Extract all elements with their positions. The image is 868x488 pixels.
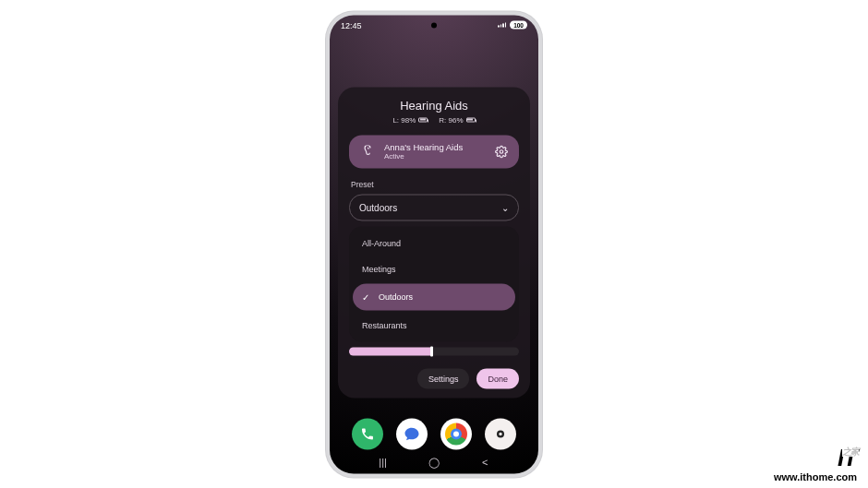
watermark-corner: IT之家 www.ithome.com [774,446,857,482]
left-battery-label: L: 98% [392,115,416,124]
preset-dropdown: All-Around Meetings ✓ Outdoors Restauran… [349,226,519,341]
panel-title: Hearing Aids [349,98,519,112]
device-card[interactable]: Anna's Hearing Aids Active [349,135,519,168]
phone-screen: 12:45 100 Hearing Aids L: 98% R: 96% [330,15,538,473]
slider-fill [349,347,430,355]
preset-option-outdoors[interactable]: ✓ Outdoors [353,283,515,310]
signal-icon [498,23,506,28]
hearing-aid-icon [358,142,377,161]
nav-recents[interactable]: ||| [372,456,394,468]
camera-punch-hole [431,22,437,28]
status-time: 12:45 [341,20,362,30]
camera-app-icon[interactable] [485,418,516,449]
device-name: Anna's Hearing Aids [384,142,486,152]
preset-label: Preset [351,179,519,188]
device-battery-row: L: 98% R: 96% [349,115,519,124]
svg-point-0 [500,149,503,153]
preset-selected-value: Outdoors [359,202,397,212]
app-dock [330,418,538,449]
chevron-down-icon: ⌄ [501,202,509,212]
check-icon: ✓ [362,292,371,302]
slider-thumb[interactable] [430,346,433,356]
battery-icon [466,117,476,122]
messages-app-icon[interactable] [396,418,428,449]
phone-app-icon[interactable] [352,418,383,449]
navigation-bar: ||| ◯ < [330,456,538,468]
volume-slider[interactable] [349,347,519,355]
preset-option-restaurants[interactable]: Restaurants [349,312,519,338]
battery-pill: 100 [510,21,527,30]
preset-select[interactable]: Outdoors ⌄ [349,194,519,220]
svg-point-2 [499,432,501,434]
battery-icon [418,117,428,122]
preset-option-all-around[interactable]: All-Around [349,230,519,256]
hearing-aids-panel: Hearing Aids L: 98% R: 96% Anna's Hearin… [338,87,530,398]
device-status: Active [384,152,486,161]
right-battery-label: R: 96% [439,115,463,124]
done-button[interactable]: Done [476,368,519,388]
chrome-app-icon[interactable] [440,418,472,449]
gear-icon[interactable] [493,143,510,160]
settings-button[interactable]: Settings [417,368,470,388]
phone-frame: 12:45 100 Hearing Aids L: 98% R: 96% [326,11,542,477]
nav-back[interactable]: < [474,456,496,468]
preset-option-meetings[interactable]: Meetings [349,256,519,281]
nav-home[interactable]: ◯ [423,456,445,468]
